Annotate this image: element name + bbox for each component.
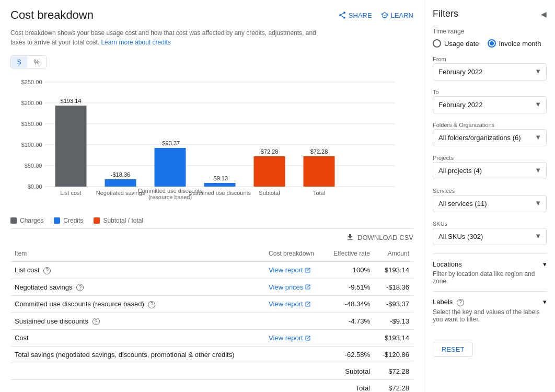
svg-text:$150.00: $150.00 <box>21 121 42 127</box>
row-rate <box>324 330 374 347</box>
view-prices-link[interactable]: View prices <box>269 283 311 291</box>
svg-text:List cost: List cost <box>60 190 81 196</box>
row-rate: 100% <box>324 262 374 279</box>
svg-text:$200.00: $200.00 <box>21 100 42 106</box>
row-amount: -$120.86 <box>374 347 413 363</box>
help-icon[interactable]: ? <box>76 284 84 291</box>
view-toggle: $ % <box>10 55 47 68</box>
labels-help-icon[interactable]: ? <box>457 299 464 306</box>
from-select[interactable]: February 2022 <box>433 63 547 80</box>
sidebar: Filters ◀ Time range Usage date Invoice … <box>424 0 555 392</box>
view-report-link[interactable]: View report <box>269 300 311 308</box>
row-item: Total savings (negotiated savings, disco… <box>10 347 264 363</box>
row-item: Sustained use discounts ? <box>10 313 264 330</box>
subtotal-row: Subtotal $72.28 <box>10 363 413 380</box>
col-header-amount: Amount <box>374 246 413 262</box>
services-label: Services <box>433 188 547 194</box>
row-rate: -4.73% <box>324 313 374 330</box>
total-amount: $72.28 <box>374 380 413 392</box>
chart-legend: Charges Credits Subtotal / total <box>10 217 413 224</box>
table-row: Cost View report $193.14 <box>10 330 413 347</box>
legend-subtotal: Subtotal / total <box>94 217 143 224</box>
labels-header[interactable]: Labels ? ▾ <box>433 298 547 306</box>
row-amount: $193.14 <box>374 262 413 279</box>
learn-button[interactable]: LEARN <box>380 11 413 19</box>
view-report-link[interactable]: View report <box>269 334 311 342</box>
row-breakdown <box>264 313 324 330</box>
projects-select[interactable]: All projects (4) <box>433 162 547 179</box>
subtotal-label: Subtotal <box>324 363 374 380</box>
svg-text:$0.00: $0.00 <box>28 183 42 190</box>
skus-select[interactable]: All SKUs (302) <box>433 228 547 245</box>
col-header-item: Item <box>10 246 264 262</box>
total-row: Total $72.28 <box>10 380 413 392</box>
legend-charges: Charges <box>10 217 43 224</box>
legend-charges-dot <box>10 217 17 224</box>
row-breakdown <box>264 347 324 363</box>
svg-text:Sustained use discounts: Sustained use discounts <box>189 190 251 196</box>
external-link-icon <box>305 301 311 307</box>
legend-credits-label: Credits <box>63 217 83 224</box>
row-item: Negotiated savings ? <box>10 279 264 296</box>
bar-sustained-discounts <box>204 183 236 187</box>
help-icon[interactable]: ? <box>92 318 100 325</box>
table-row: Committed use discounts (resource based)… <box>10 296 413 313</box>
svg-text:-$18.36: -$18.36 <box>111 171 130 178</box>
help-icon[interactable]: ? <box>148 301 155 308</box>
invoice-month-radio[interactable]: Invoice month <box>488 39 541 48</box>
svg-text:$193.14: $193.14 <box>61 98 82 104</box>
labels-title-group: Labels ? <box>433 298 464 306</box>
from-select-wrapper: From February 2022 ▼ <box>433 56 547 80</box>
to-label: To <box>433 89 547 95</box>
folders-select[interactable]: All folders/organizations (6) <box>433 129 547 146</box>
view-report-link[interactable]: View report <box>269 266 311 274</box>
locations-section: Locations ▾ Filter by location data like… <box>433 253 547 291</box>
skus-select-wrapper: SKUs All SKUs (302) ▼ <box>433 221 547 245</box>
svg-text:$100.00: $100.00 <box>21 142 42 148</box>
subtotal-empty <box>10 363 324 380</box>
table-row: Negotiated savings ? View prices -9.51% … <box>10 279 413 296</box>
dollar-toggle[interactable]: $ <box>11 56 27 68</box>
folders-section: Folders & Organizations All folders/orga… <box>433 122 547 146</box>
usage-date-radio[interactable]: Usage date <box>433 39 479 48</box>
chart-container: $250.00 $200.00 $150.00 $100.00 $50.00 $… <box>10 77 413 213</box>
folders-label: Folders & Organizations <box>433 122 547 128</box>
services-select[interactable]: All services (11) <box>433 195 547 212</box>
help-icon[interactable]: ? <box>43 267 51 274</box>
sidebar-collapse-button[interactable]: ◀ <box>541 10 547 18</box>
projects-section: Projects All projects (4) ▼ <box>433 155 547 179</box>
row-amount: -$9.13 <box>374 313 413 330</box>
from-section: From February 2022 ▼ <box>433 56 547 80</box>
external-link-icon <box>305 335 311 341</box>
row-amount: -$93.37 <box>374 296 413 313</box>
total-label: Total <box>324 380 374 392</box>
reset-section: RESET <box>433 338 547 357</box>
to-select-wrapper: To February 2022 ▼ <box>433 89 547 113</box>
legend-charges-label: Charges <box>20 217 43 224</box>
svg-text:$50.00: $50.00 <box>25 163 42 169</box>
download-row: DOWNLOAD CSV <box>10 233 413 241</box>
row-breakdown: View prices <box>264 279 324 296</box>
row-amount: $193.14 <box>374 330 413 347</box>
folders-select-wrapper: Folders & Organizations All folders/orga… <box>433 122 547 146</box>
sidebar-title: Filters ◀ <box>433 8 547 19</box>
to-select[interactable]: February 2022 <box>433 96 547 113</box>
percent-toggle[interactable]: % <box>27 56 46 68</box>
time-range-radio-group: Usage date Invoice month <box>433 39 547 48</box>
download-csv-button[interactable]: DOWNLOAD CSV <box>346 233 413 241</box>
legend-credits: Credits <box>54 217 83 224</box>
locations-label: Locations <box>433 260 462 268</box>
locations-header[interactable]: Locations ▾ <box>433 260 547 268</box>
learn-more-link[interactable]: Learn more about credits <box>101 39 170 46</box>
projects-select-wrapper: Projects All projects (4) ▼ <box>433 155 547 179</box>
reset-button[interactable]: RESET <box>433 342 473 357</box>
row-amount: -$18.36 <box>374 279 413 296</box>
invoice-month-circle <box>488 39 496 48</box>
locations-description: Filter by location data like region and … <box>433 270 547 285</box>
table-row: Sustained use discounts ? -4.73% -$9.13 <box>10 313 413 330</box>
share-icon <box>338 11 346 19</box>
projects-label: Projects <box>433 155 547 161</box>
share-button[interactable]: SHARE <box>338 11 372 19</box>
row-rate: -62.58% <box>324 347 374 363</box>
svg-text:$72.28: $72.28 <box>261 148 279 155</box>
